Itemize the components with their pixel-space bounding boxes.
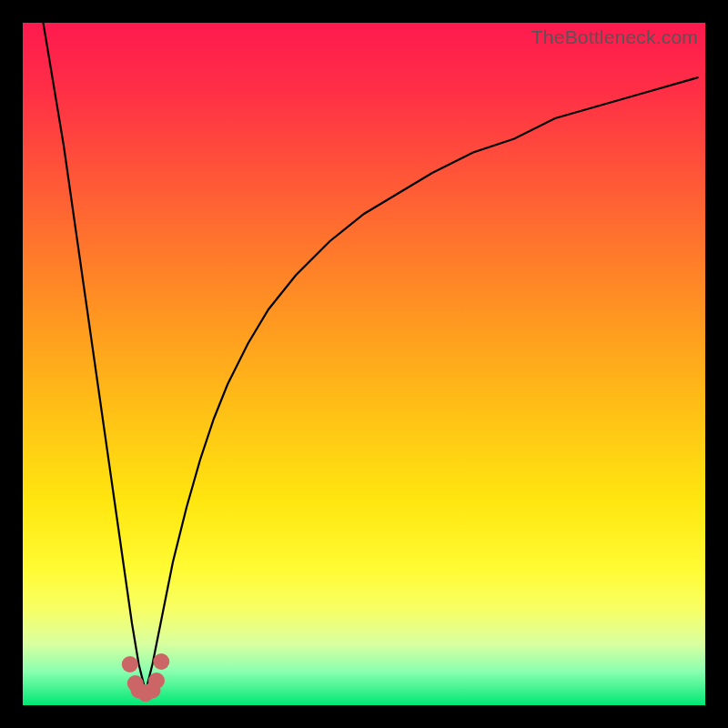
- dip-marker: [122, 656, 138, 672]
- frame: TheBottleneck.com: [0, 0, 728, 728]
- watermark-text: TheBottleneck.com: [531, 26, 698, 48]
- plot-area: TheBottleneck.com: [23, 23, 705, 705]
- dip-marker: [148, 672, 165, 689]
- chart-curves: [23, 23, 705, 705]
- series-left-branch: [44, 23, 147, 692]
- series-right-branch: [146, 77, 699, 692]
- dip-marker: [153, 653, 169, 670]
